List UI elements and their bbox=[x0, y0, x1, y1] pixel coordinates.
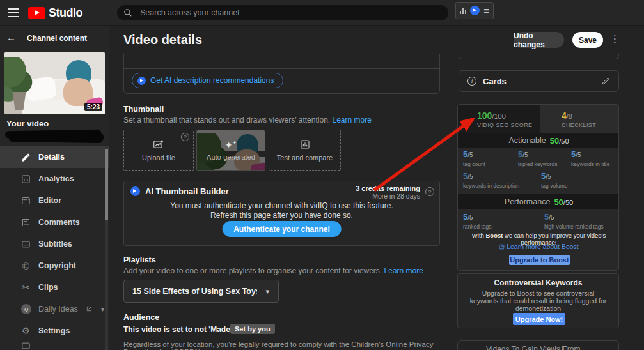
gear-icon: ⚙ bbox=[20, 326, 31, 337]
sidebar-item-settings[interactable]: ⚙ Settings bbox=[0, 320, 109, 342]
upload-image-icon bbox=[153, 139, 164, 151]
more-options-icon[interactable]: ⋮ bbox=[610, 33, 620, 45]
vidiq-icon bbox=[130, 186, 140, 196]
youtube-play-icon bbox=[28, 7, 45, 19]
playlists-selected-value: 15 Side Effects of Using Sex Toys: What… bbox=[132, 287, 257, 296]
videos-gain-views-box[interactable]: Videos To Gain Views From bbox=[457, 340, 619, 350]
test-compare-option[interactable]: Test and compare bbox=[269, 130, 341, 171]
scrollbar-thumb[interactable] bbox=[105, 149, 108, 220]
external-link-icon bbox=[86, 305, 93, 314]
videos-gain-icon bbox=[555, 346, 563, 350]
search-icon bbox=[123, 8, 132, 17]
copyright-icon: © bbox=[20, 261, 31, 271]
metric-tag-count: 5/5 tag count bbox=[463, 148, 485, 167]
vidiq-extension-icon[interactable] bbox=[470, 6, 480, 15]
video-duration-badge: 5:23 bbox=[84, 103, 102, 111]
edit-pencil-icon[interactable] bbox=[601, 77, 610, 86]
audience-heading: Audience bbox=[123, 313, 159, 322]
extension-menu-icon[interactable]: ≡ bbox=[483, 6, 489, 15]
chevron-down-icon[interactable]: ▾ bbox=[101, 306, 104, 313]
ai-thumbnail-builder: AI Thumbnail Builder 3 credits remaining… bbox=[123, 181, 440, 246]
sidebar-item-comments[interactable]: Comments bbox=[0, 211, 109, 233]
daily-ideas-icon: iQ bbox=[20, 304, 31, 315]
credits-remaining: 3 credits remaining More in 28 days bbox=[356, 185, 420, 200]
pencil-icon bbox=[20, 152, 31, 163]
videos-gain-views-label: Videos To Gain Views From bbox=[486, 345, 580, 350]
stats-extension-icon[interactable] bbox=[460, 8, 467, 14]
subtitles-icon bbox=[20, 239, 31, 250]
upgrade-to-boost-button[interactable]: Upgrade to Boost bbox=[509, 255, 570, 265]
sidebar-item-details[interactable]: Details bbox=[0, 146, 109, 168]
sidebar-nav: Details Analytics Editor Comments Subtit… bbox=[0, 146, 109, 350]
metric-tripled-keywords: 5/5 tripled keywords bbox=[518, 148, 557, 167]
top-bar: Studio ≡ bbox=[0, 0, 644, 26]
metric-ranked-tags: 5/5 ranked tags bbox=[463, 211, 491, 230]
metric-keywords-in-title: 5/5 keywords in title bbox=[571, 148, 609, 167]
ai-description-button[interactable]: Get AI description recommendations bbox=[132, 73, 283, 88]
sidebar: ← Channel content 5:23 Your video Detail… bbox=[0, 26, 109, 350]
authenticate-channel-button[interactable]: Authenticate your channel bbox=[222, 221, 342, 237]
sidebar-scrollbar[interactable] bbox=[105, 146, 108, 350]
help-icon[interactable]: ? bbox=[425, 187, 434, 196]
sidebar-item-clips[interactable]: ✂ Clips bbox=[0, 277, 109, 298]
comments-icon bbox=[20, 217, 31, 228]
info-icon: i bbox=[467, 77, 476, 86]
playlists-subtext: Add your video to one or more playlists … bbox=[123, 266, 423, 275]
sidebar-item-copyright[interactable]: © Copyright bbox=[0, 255, 109, 277]
search-input[interactable] bbox=[140, 8, 421, 17]
back-label: Channel content bbox=[27, 34, 87, 43]
vidiq-icon bbox=[137, 77, 146, 85]
coppa-disclaimer: Regardless of your location, you're lega… bbox=[123, 340, 443, 350]
upgrade-now-button[interactable]: Upgrade Now! bbox=[513, 313, 565, 325]
hamburger-menu-icon[interactable] bbox=[8, 8, 19, 17]
sidebar-item-editor[interactable]: Editor bbox=[0, 190, 109, 211]
cards-label: Cards bbox=[483, 77, 507, 86]
sidebar-item-partial[interactable] bbox=[0, 342, 109, 350]
tab-checklist[interactable]: 4/8 CHECKLIST bbox=[540, 105, 619, 133]
metric-high-volume-ranked-tags: 5/5 high volume ranked tags bbox=[544, 211, 604, 230]
studio-logo[interactable]: Studio bbox=[28, 6, 82, 20]
performance-header: Performance 50/50 bbox=[458, 194, 619, 209]
auth-message-line2: Refresh this page after you have done so… bbox=[124, 211, 439, 220]
actions-header: Undo changes Save ⋮ bbox=[451, 26, 644, 54]
upload-file-option[interactable]: ? Upload file bbox=[123, 130, 194, 171]
content-header: Video details bbox=[110, 26, 451, 54]
controversial-keywords-box: Controversial Keywords Upgrade to Boost … bbox=[457, 273, 619, 328]
thumbnail-heading: Thumbnail bbox=[123, 105, 164, 114]
controversial-text: Upgrade to Boost to see controversial ke… bbox=[469, 289, 607, 312]
feedback-icon bbox=[20, 342, 31, 350]
playlists-heading: Playlists bbox=[123, 255, 156, 264]
sidebar-item-subtitles[interactable]: Subtitles bbox=[0, 233, 109, 255]
extension-toolbar: ≡ bbox=[455, 2, 494, 19]
set-by-you-badge: Set by you bbox=[230, 324, 275, 334]
back-navigation[interactable]: ← Channel content bbox=[0, 32, 109, 47]
metric-tag-volume: 5/5 tag volume bbox=[541, 170, 568, 189]
playlists-learn-more-link[interactable]: Learn more bbox=[384, 266, 423, 275]
undo-changes-button[interactable]: Undo changes bbox=[514, 32, 564, 48]
page-title: Video details bbox=[123, 33, 202, 47]
your-video-label: Your video bbox=[6, 119, 49, 128]
thumbnail-learn-more-link[interactable]: Learn more bbox=[333, 116, 372, 125]
sidebar-item-daily-ideas[interactable]: iQ Daily Ideas ▾ bbox=[0, 298, 109, 320]
sidebar-item-analytics[interactable]: Analytics bbox=[0, 168, 109, 190]
sparkle-icon: ✦✦ bbox=[225, 140, 237, 150]
video-thumbnail[interactable]: 5:23 bbox=[4, 52, 105, 114]
scissors-icon: ✂ bbox=[20, 282, 31, 293]
test-compare-icon bbox=[300, 139, 310, 151]
youtube-studio-page: Studio ≡ ← Channel content 5:23 Your vid… bbox=[0, 0, 644, 350]
save-button[interactable]: Save bbox=[572, 32, 603, 48]
editor-icon bbox=[20, 195, 31, 206]
chevron-down-icon: ▾ bbox=[265, 287, 269, 296]
cards-box[interactable]: i Cards bbox=[459, 70, 619, 92]
learn-more-boost-link[interactable]: Learn more about Boost bbox=[458, 243, 619, 250]
auto-generated-preview bbox=[197, 130, 265, 170]
help-icon[interactable]: ? bbox=[181, 133, 189, 141]
playlists-dropdown[interactable]: 15 Side Effects of Using Sex Toys: What…… bbox=[123, 280, 279, 303]
search-bar[interactable] bbox=[117, 5, 448, 20]
vidiq-seo-panel: 100/100 VIDIQ SEO SCORE 4/8 CHECKLIST Ac… bbox=[457, 104, 619, 271]
analytics-icon bbox=[20, 174, 31, 185]
redacted-video-title bbox=[5, 130, 105, 146]
auto-generated-option[interactable]: ✦✦ Auto-generated bbox=[196, 130, 265, 171]
tab-seo-score[interactable]: 100/100 VIDIQ SEO SCORE bbox=[458, 105, 540, 133]
back-arrow-icon[interactable]: ← bbox=[6, 32, 16, 43]
